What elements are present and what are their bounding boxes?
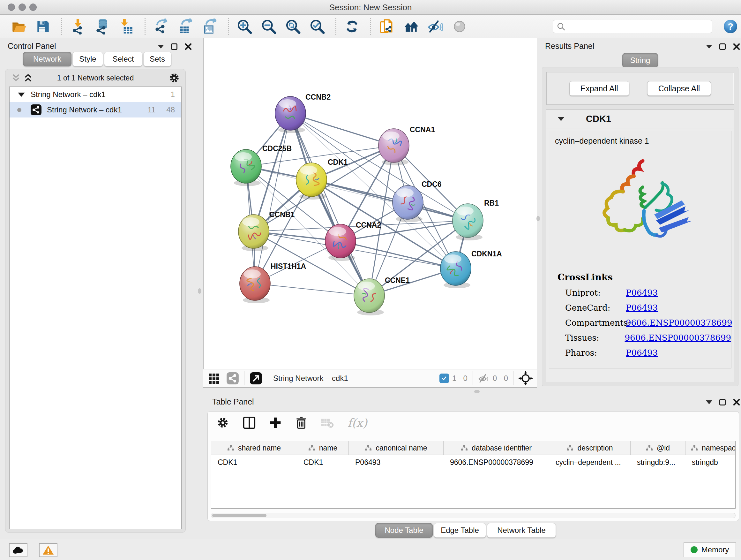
network-collection-row[interactable]: String Network – cdk1 1 (10, 87, 181, 102)
right-splitter-handle[interactable] (536, 216, 540, 221)
network-node-CDC25B[interactable]: CDC25B (231, 144, 292, 186)
network-view-panel[interactable]: CCNB2CCNA1CDC25BCDK1CDC6RB1CCNB1CCNA2CDK… (203, 38, 537, 369)
panel-menu-icon[interactable] (706, 45, 712, 49)
table-cell[interactable]: cyclin–dependent ... (549, 455, 630, 469)
selected-nodes-checkbox[interactable] (440, 374, 449, 383)
table-cell[interactable]: CDK1 (297, 455, 349, 469)
network-node-CCNA2[interactable]: CCNA2 (325, 221, 381, 261)
crosslink-link[interactable]: P06493 (626, 303, 658, 313)
tab-network-table[interactable]: Network Table (487, 523, 556, 538)
column-header-description[interactable]: description (549, 441, 630, 455)
network-node-CCNB1[interactable]: CCNB1 (239, 210, 294, 251)
column-header-database-identifier[interactable]: database identifier (444, 441, 549, 455)
clone-network-button[interactable] (379, 18, 395, 35)
table-hscrollbar-thumb[interactable] (212, 514, 266, 517)
delete-table-icon[interactable] (321, 417, 334, 428)
network-row[interactable]: String Network – cdk1 11 48 (10, 102, 181, 118)
float-panel-icon[interactable] (719, 44, 726, 50)
tab-sets[interactable]: Sets (143, 52, 172, 66)
collapse-all-button[interactable]: Collapse All (647, 81, 711, 96)
column-header-namespac[interactable]: namespac (685, 441, 736, 455)
float-panel-icon[interactable] (719, 399, 726, 406)
hidden-elements-icon[interactable] (478, 373, 489, 384)
export-network-button[interactable] (153, 18, 169, 35)
home-button[interactable] (403, 18, 419, 35)
table-cell[interactable]: stringdb (685, 455, 736, 469)
expand-all-button[interactable]: Expand All (569, 81, 629, 96)
crosslink-link[interactable]: 9606.ENSP00000378699 (626, 318, 732, 327)
collection-caret-icon[interactable] (18, 92, 25, 97)
zoom-out-button[interactable] (261, 18, 277, 35)
tab-style[interactable]: Style (72, 52, 103, 66)
network-options-gear-icon[interactable] (168, 72, 180, 84)
column-header-shared-name[interactable]: shared name (211, 441, 297, 455)
tab-string[interactable]: String (622, 53, 658, 68)
import-table-button[interactable] (118, 18, 134, 35)
crosslink-link[interactable]: P06493 (626, 348, 658, 358)
column-header-canonical-name[interactable]: canonical name (349, 441, 444, 455)
table-row[interactable]: CDK1CDK1P064939606.ENSP00000378699cyclin… (211, 455, 735, 469)
fit-selection-crosshair-icon[interactable] (519, 371, 533, 385)
network-node-CCNE1[interactable]: CCNE1 (354, 276, 410, 315)
birdseye-share-icon[interactable] (226, 372, 239, 385)
search-input[interactable] (566, 22, 703, 31)
network-edge[interactable] (290, 113, 394, 145)
table-cell[interactable]: 9606.ENSP00000378699 (444, 455, 549, 469)
close-panel-icon[interactable] (185, 43, 192, 51)
float-panel-icon[interactable] (171, 44, 178, 50)
network-node-CCNB2[interactable]: CCNB2 (275, 93, 331, 133)
table-cell[interactable]: stringdb:9... (630, 455, 685, 469)
save-session-button[interactable] (35, 18, 51, 35)
import-database-button[interactable] (94, 18, 110, 35)
tab-node-table[interactable]: Node Table (375, 523, 433, 538)
tab-select[interactable]: Select (104, 52, 142, 66)
delete-column-icon[interactable] (295, 416, 307, 429)
export-image-button[interactable] (202, 18, 218, 35)
crosslink-link[interactable]: P06493 (626, 288, 658, 298)
left-splitter-handle[interactable] (198, 288, 201, 294)
warning-status-button[interactable] (39, 543, 57, 557)
network-canvas[interactable]: CCNB2CCNA1CDC25BCDK1CDC6RB1CCNB1CCNA2CDK… (204, 43, 537, 369)
crosslink-link[interactable]: 9606.ENSP00000378699 (625, 333, 731, 343)
table-cell[interactable]: CDK1 (211, 455, 297, 469)
zoom-selected-button[interactable] (309, 18, 325, 35)
panel-menu-icon[interactable] (706, 400, 712, 404)
help-button[interactable]: ? (723, 19, 738, 34)
tab-edge-table[interactable]: Edge Table (434, 523, 486, 538)
add-column-icon[interactable] (269, 416, 282, 429)
open-session-button[interactable] (11, 18, 27, 35)
grid-view-icon[interactable] (208, 372, 220, 385)
zoom-in-button[interactable] (237, 18, 253, 35)
detail-orb-button[interactable] (452, 18, 468, 35)
network-node-RB1[interactable]: RB1 (453, 199, 499, 240)
search-box[interactable] (553, 20, 712, 33)
tab-network[interactable]: Network (23, 52, 71, 66)
panel-menu-icon[interactable] (158, 45, 164, 49)
network-edge[interactable] (255, 113, 290, 284)
horizontal-splitter-handle[interactable] (474, 390, 480, 393)
export-table-button[interactable] (178, 18, 193, 35)
table-hscrollbar[interactable] (211, 513, 736, 518)
table-settings-gear-icon[interactable] (216, 416, 229, 429)
open-in-window-icon[interactable] (250, 372, 262, 385)
column-header--id[interactable]: @id (630, 441, 685, 455)
gene-section-header[interactable]: CDK1 (546, 110, 734, 128)
zoom-fit-button[interactable] (285, 18, 301, 35)
gene-caret-icon[interactable] (558, 117, 564, 121)
memory-button[interactable]: Memory (684, 543, 736, 557)
network-node-CDKN1A[interactable]: CDKN1A (441, 250, 502, 288)
cloud-status-button[interactable] (9, 543, 27, 557)
function-builder-icon[interactable]: f(x) (347, 416, 367, 429)
network-edge[interactable] (255, 284, 369, 296)
column-header-name[interactable]: name (297, 441, 349, 455)
refresh-button[interactable] (344, 18, 360, 35)
network-node-HIST1H1A[interactable]: HIST1H1A (240, 262, 306, 303)
network-node-CDC6[interactable]: CDC6 (393, 180, 442, 222)
table-cell[interactable]: P06493 (349, 455, 444, 469)
show-columns-icon[interactable] (243, 416, 256, 429)
network-edge[interactable] (312, 180, 468, 221)
toggle-visibility-button[interactable] (427, 18, 443, 35)
close-panel-icon[interactable] (733, 43, 740, 51)
import-network-button[interactable] (70, 18, 86, 35)
close-panel-icon[interactable] (733, 398, 740, 406)
